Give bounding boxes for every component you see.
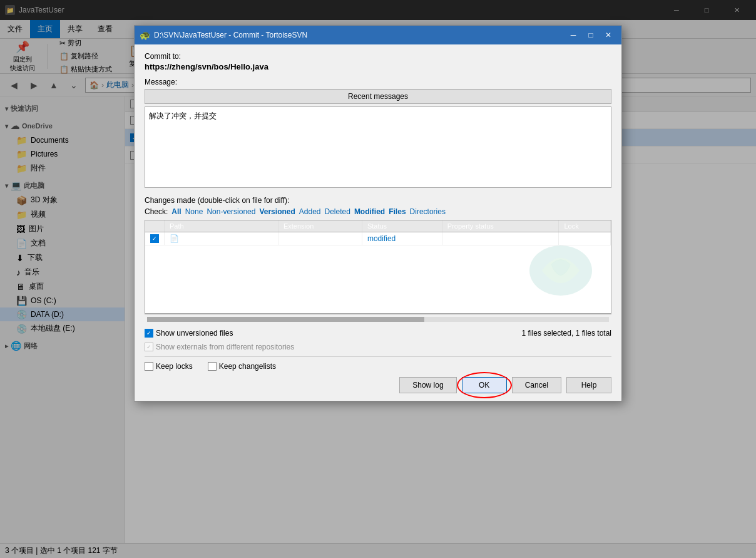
cancel-button[interactable]: Cancel bbox=[512, 377, 561, 393]
recent-messages-button[interactable]: Recent messages bbox=[145, 89, 611, 104]
filter-deleted[interactable]: Deleted bbox=[325, 207, 350, 216]
show-externals-checkbox[interactable]: ✓ bbox=[145, 343, 153, 351]
dialog-close-button[interactable]: ✕ bbox=[600, 28, 616, 43]
col-cb bbox=[145, 220, 165, 232]
files-table-wrapper: Path Extension Status Property status Lo… bbox=[145, 220, 611, 324]
row-checkbox-cell: ✓ bbox=[145, 232, 165, 245]
keep-locks-option: Keep locks bbox=[145, 362, 193, 371]
filter-files[interactable]: Files bbox=[389, 207, 406, 216]
divider bbox=[145, 356, 611, 357]
dialog-title-bar: 🐢 D:\SVN\JavaTestUser - Commit - Tortois… bbox=[135, 26, 621, 44]
col-property-status[interactable]: Property status bbox=[442, 220, 559, 232]
keep-locks-label: Keep locks bbox=[156, 362, 193, 371]
show-unversioned-label: Show unversioned files bbox=[156, 329, 233, 338]
ok-button[interactable]: OK bbox=[462, 377, 507, 393]
scrollbar-track[interactable] bbox=[147, 317, 609, 322]
row-status: modified bbox=[362, 232, 442, 245]
row-checkbox[interactable]: ✓ bbox=[150, 234, 159, 243]
filter-modified[interactable]: Modified bbox=[354, 207, 385, 216]
row-lock bbox=[559, 232, 611, 245]
commit-dialog: 🐢 D:\SVN\JavaTestUser - Commit - Tortois… bbox=[134, 25, 622, 401]
keep-changelists-checkbox[interactable] bbox=[208, 362, 217, 371]
show-externals-option: ✓ Show externals from different reposito… bbox=[145, 343, 294, 351]
table-row[interactable]: ✓ 📄 Hello.java .java bbox=[145, 232, 611, 245]
col-status[interactable]: Status bbox=[362, 220, 442, 232]
check-label: Check: bbox=[145, 207, 168, 216]
keep-changelists-option: Keep changelists bbox=[208, 362, 276, 371]
commit-to-url: https://zheng/svn/bos/Hello.java bbox=[145, 62, 611, 71]
button-row: Show log OK Cancel Help bbox=[145, 377, 611, 393]
check-filters: Check: All None Non-versioned Versioned … bbox=[145, 207, 611, 216]
keep-locks-checkbox[interactable] bbox=[145, 362, 153, 371]
dialog-app-icon: 🐢 bbox=[140, 30, 150, 40]
keep-options-row: Keep locks Keep changelists bbox=[145, 362, 611, 371]
filter-non-versioned[interactable]: Non-versioned bbox=[207, 207, 255, 216]
scrollbar-thumb[interactable] bbox=[147, 317, 424, 322]
table-scrollbar bbox=[145, 314, 611, 324]
col-path[interactable]: Path bbox=[165, 220, 278, 232]
col-lock[interactable]: Lock bbox=[559, 220, 611, 232]
keep-changelists-label: Keep changelists bbox=[219, 362, 276, 371]
row-file-icon: 📄 bbox=[170, 234, 179, 243]
col-extension[interactable]: Extension bbox=[278, 220, 362, 232]
filter-none[interactable]: None bbox=[185, 207, 203, 216]
filter-versioned[interactable]: Versioned bbox=[259, 207, 295, 216]
changes-label: Changes made (double-click on file for d… bbox=[145, 196, 611, 205]
filter-directories[interactable]: Directories bbox=[410, 207, 446, 216]
commit-to-label: Commit to: bbox=[145, 52, 611, 61]
dialog-overlay: 🐢 D:\SVN\JavaTestUser - Commit - Tortois… bbox=[0, 0, 756, 558]
show-unversioned-checkbox[interactable]: ✓ bbox=[145, 329, 153, 338]
svg-point-0 bbox=[529, 245, 592, 296]
message-textarea[interactable] bbox=[145, 106, 611, 188]
files-table-container: Path Extension Status Property status Lo… bbox=[145, 220, 611, 314]
table-header-row: Path Extension Status Property status Lo… bbox=[145, 220, 611, 232]
dialog-title-text: D:\SVN\JavaTestUser - Commit - TortoiseS… bbox=[154, 31, 561, 39]
help-button[interactable]: Help bbox=[566, 377, 611, 393]
row-extension: .java bbox=[278, 232, 362, 245]
dialog-title-controls: ─ □ ✕ bbox=[565, 28, 616, 43]
filter-added[interactable]: Added bbox=[299, 207, 321, 216]
message-label: Message: bbox=[145, 78, 611, 86]
dialog-minimize-button[interactable]: ─ bbox=[565, 28, 581, 43]
dialog-maximize-button[interactable]: □ bbox=[583, 28, 599, 43]
dialog-body: Commit to: https://zheng/svn/bos/Hello.j… bbox=[135, 44, 621, 401]
files-selected-label: 1 files selected, 1 files total bbox=[522, 329, 611, 338]
row-property-status bbox=[442, 232, 559, 245]
files-table: Path Extension Status Property status Lo… bbox=[145, 220, 611, 245]
show-unversioned-option: ✓ Show unversioned files bbox=[145, 329, 233, 338]
options-row-2: ✓ Show externals from different reposito… bbox=[145, 343, 611, 351]
show-externals-label: Show externals from different repositori… bbox=[156, 343, 294, 351]
ok-button-wrapper: OK bbox=[462, 377, 507, 393]
options-row: ✓ Show unversioned files 1 files selecte… bbox=[145, 329, 611, 338]
row-path-label: Hello.java bbox=[181, 234, 215, 243]
filter-all[interactable]: All bbox=[171, 207, 181, 216]
row-path: 📄 Hello.java bbox=[165, 232, 278, 245]
row-status-label: modified bbox=[367, 234, 396, 243]
show-log-button[interactable]: Show log bbox=[399, 377, 456, 393]
